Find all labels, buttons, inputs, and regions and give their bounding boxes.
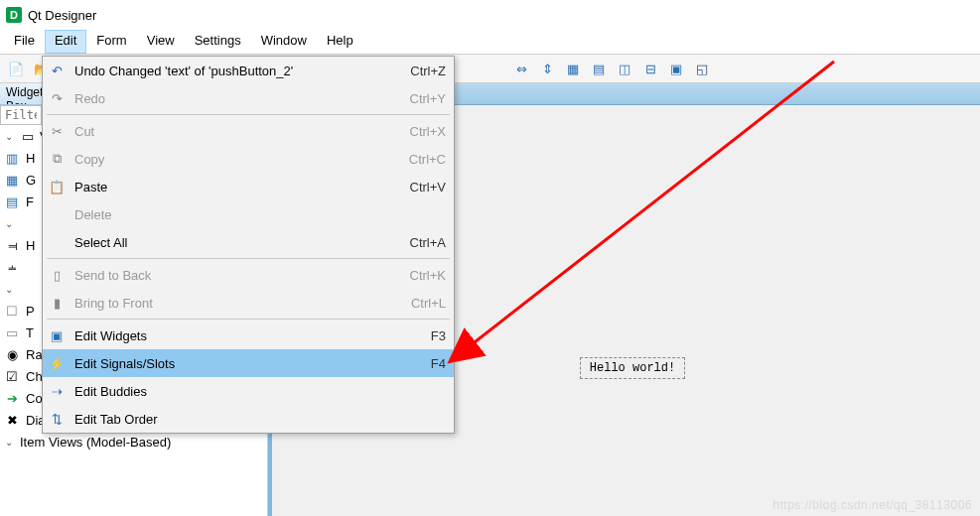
hspacer-icon: ▥ (4, 150, 20, 166)
menu-select-all[interactable]: Select All Ctrl+A (43, 228, 454, 256)
filter-input[interactable] (0, 105, 42, 125)
check-icon: ☑ (4, 368, 20, 384)
cmdlink-icon: ➔ (4, 390, 20, 406)
menu-label: Edit Buddies (74, 384, 438, 399)
menu-separator (47, 258, 450, 259)
blank-icon (47, 232, 67, 252)
menu-help[interactable]: Help (317, 30, 363, 54)
menu-form[interactable]: Form (86, 30, 136, 54)
menu-label: Undo Changed 'text' of 'pushButton_2' (74, 64, 402, 78)
menu-edit-buddies[interactable]: ⇢ Edit Buddies (43, 377, 454, 405)
menu-label: Bring to Front (74, 296, 403, 311)
menu-label: Paste (74, 180, 402, 194)
menu-shortcut: Ctrl+A (410, 235, 446, 250)
hspring-icon: ⫤ (4, 237, 20, 253)
tree-label: F (26, 194, 34, 209)
menu-paste[interactable]: 📋 Paste Ctrl+V (43, 173, 454, 200)
pushbtn-icon: ☐ (4, 303, 20, 319)
layout-h-icon[interactable]: ⇔ (509, 57, 533, 80)
menu-copy[interactable]: ⧉ Copy Ctrl+C (43, 145, 454, 173)
vspring-icon: ⫨ (4, 259, 20, 275)
menu-settings[interactable]: Settings (185, 30, 251, 54)
form-icon: ▤ (4, 194, 20, 209)
dlgbtn-icon: ✖ (4, 412, 20, 428)
menu-window[interactable]: Window (251, 30, 317, 54)
tree-group[interactable]: ⌄Item Views (Model-Based) (0, 431, 267, 452)
layout-split-v-icon[interactable]: ⊟ (638, 57, 662, 80)
tree-label: H (26, 151, 35, 166)
push-button-hello[interactable]: Hello world! (580, 357, 685, 379)
tree-label: H (26, 238, 35, 253)
undo-icon: ↶ (47, 61, 67, 80)
new-file-icon[interactable]: 📄 (4, 57, 28, 80)
menu-edit-tab-order[interactable]: ⇅ Edit Tab Order (43, 405, 454, 433)
radio-icon: ◉ (4, 346, 20, 362)
buddies-icon: ⇢ (47, 381, 67, 401)
paste-icon: 📋 (47, 177, 67, 196)
layout-form-icon[interactable]: ▤ (587, 57, 611, 80)
menu-shortcut: Ctrl+V (410, 180, 446, 194)
tree-label: G (26, 173, 36, 188)
menu-label: Copy (74, 152, 401, 167)
redo-icon: ↷ (47, 88, 67, 108)
menu-delete[interactable]: Delete (43, 200, 454, 228)
adjust-size-icon[interactable]: ◱ (690, 57, 714, 80)
taborder-icon: ⇅ (47, 409, 67, 429)
widgets-icon: ▣ (47, 325, 67, 345)
layout-grid-icon[interactable]: ▦ (561, 57, 585, 80)
menu-undo[interactable]: ↶ Undo Changed 'text' of 'pushButton_2' … (43, 57, 454, 84)
blank-icon (47, 204, 67, 224)
menu-redo[interactable]: ↷ Redo Ctrl+Y (43, 84, 454, 112)
menubar: File Edit Form View Settings Window Help (0, 30, 980, 54)
menu-view[interactable]: View (137, 30, 185, 54)
tree-label: T (26, 325, 34, 340)
menu-separator (47, 114, 450, 115)
menu-label: Delete (74, 207, 438, 222)
edit-menu-dropdown: ↶ Undo Changed 'text' of 'pushButton_2' … (42, 56, 455, 434)
menu-shortcut: F3 (431, 328, 446, 343)
menu-shortcut: Ctrl+Y (410, 91, 446, 106)
menu-edit-widgets[interactable]: ▣ Edit Widgets F3 (43, 322, 454, 349)
menu-bring-to-front[interactable]: ▮ Bring to Front Ctrl+L (43, 289, 454, 317)
menu-separator (47, 319, 450, 320)
menu-label: Select All (74, 235, 402, 250)
sendback-icon: ▯ (47, 265, 67, 285)
menu-send-to-back[interactable]: ▯ Send to Back Ctrl+K (43, 261, 454, 289)
menu-label: Cut (74, 124, 402, 139)
menu-label: Edit Signals/Slots (74, 356, 423, 371)
menu-file[interactable]: File (4, 30, 45, 54)
menu-label: Redo (74, 91, 402, 106)
chevron-down-icon: ⌄ (2, 218, 16, 229)
menu-shortcut: Ctrl+Z (410, 64, 446, 78)
panel-title: Widget Box (0, 83, 42, 105)
menu-edit-signals-slots[interactable]: ⚡ Edit Signals/Slots F4 (43, 349, 454, 377)
menu-label: Send to Back (74, 268, 402, 283)
layouts-icon: ▭ (20, 128, 36, 144)
app-icon: D (6, 7, 22, 23)
menu-shortcut: F4 (431, 356, 446, 371)
layout-split-h-icon[interactable]: ◫ (613, 57, 636, 80)
menu-shortcut: Ctrl+L (411, 296, 446, 311)
tree-label: Item Views (Model-Based) (20, 435, 171, 450)
chevron-down-icon: ⌄ (2, 284, 16, 295)
tree-label: P (26, 304, 35, 319)
menu-edit[interactable]: Edit (45, 30, 86, 54)
bringfront-icon: ▮ (47, 293, 67, 313)
menu-shortcut: Ctrl+X (410, 124, 446, 139)
watermark: https://blog.csdn.net/qq_38113006 (772, 498, 972, 512)
break-layout-icon[interactable]: ▣ (664, 57, 688, 80)
copy-icon: ⧉ (47, 149, 67, 169)
layout-v-icon[interactable]: ⇕ (535, 57, 559, 80)
menu-cut[interactable]: ✂ Cut Ctrl+X (43, 117, 454, 145)
cut-icon: ✂ (47, 121, 67, 141)
signals-icon: ⚡ (47, 353, 67, 373)
menu-shortcut: Ctrl+K (410, 268, 446, 283)
chevron-down-icon: ⌄ (2, 131, 16, 142)
toolbtn-icon: ▭ (4, 324, 20, 340)
title-bar: D Qt Designer (0, 0, 980, 30)
grid-icon: ▦ (4, 172, 20, 188)
menu-label: Edit Widgets (74, 328, 423, 343)
app-title: Qt Designer (28, 8, 96, 23)
menu-label: Edit Tab Order (74, 412, 438, 427)
menu-shortcut: Ctrl+C (409, 152, 446, 167)
